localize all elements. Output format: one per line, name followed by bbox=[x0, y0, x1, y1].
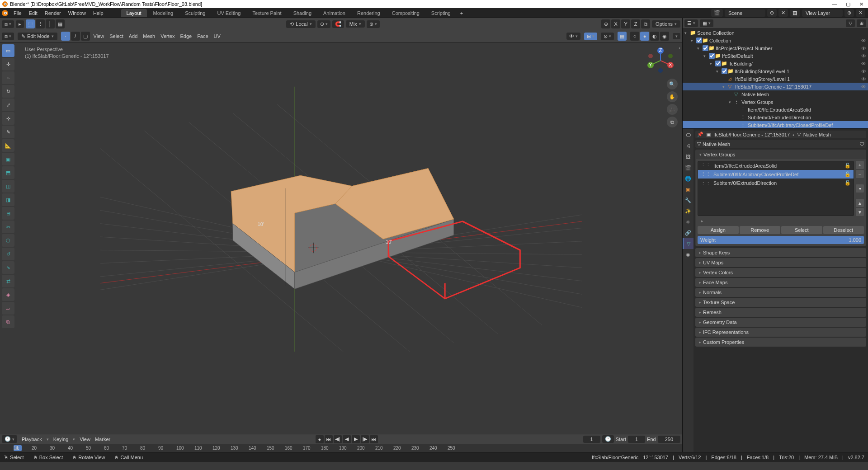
panel-shape-keys[interactable]: ▸Shape Keys bbox=[695, 248, 866, 257]
select-edge-icon[interactable]: │ bbox=[46, 19, 55, 28]
orientation-dropdown[interactable]: ⟲Local▾ bbox=[286, 20, 315, 28]
eye-icon[interactable]: 👁 bbox=[859, 69, 868, 74]
scene-new-button[interactable]: ⊕ bbox=[767, 9, 777, 17]
solid-shade-icon[interactable]: ● bbox=[640, 32, 649, 41]
tab-rendering[interactable]: Rendering bbox=[352, 9, 386, 17]
blender-logo[interactable] bbox=[0, 8, 10, 18]
eye-icon[interactable]: 👁 bbox=[859, 46, 868, 51]
frame-sync-button[interactable]: 🕐 bbox=[602, 435, 614, 443]
vertex-groups-list[interactable]: ⋮⋮Item/0/Ifc:ExtrudedAreaSolid🔓⋮⋮Subitem… bbox=[698, 161, 854, 216]
select-vert-icon[interactable]: ⋮ bbox=[36, 19, 45, 28]
viewport-menu-select[interactable]: Select bbox=[109, 33, 123, 39]
menu-edit[interactable]: Edit bbox=[25, 10, 41, 16]
pivot-button[interactable]: ⊙▾ bbox=[317, 20, 330, 28]
select-face-icon[interactable]: ▦ bbox=[56, 19, 65, 28]
viewport-menu-add[interactable]: Add bbox=[129, 33, 138, 39]
tool-rotate[interactable]: ↻ bbox=[2, 85, 14, 98]
tree-row[interactable]: ▾📁Scene Collection bbox=[683, 29, 868, 37]
vg-add-button[interactable]: + bbox=[856, 161, 864, 169]
ptab-physics[interactable]: ⚛ bbox=[683, 216, 693, 227]
jump-start-button[interactable]: ⏮ bbox=[325, 435, 333, 443]
eye-icon[interactable]: 👁 bbox=[859, 76, 868, 82]
menu-render[interactable]: Render bbox=[41, 10, 65, 16]
vg-menu-button[interactable]: ▾ bbox=[856, 184, 864, 193]
maximize-button[interactable]: ▢ bbox=[846, 1, 850, 7]
ptab-modifier[interactable]: 🔧 bbox=[683, 195, 693, 206]
lock-icon[interactable]: 🔓 bbox=[844, 171, 851, 177]
outliner-new-collection[interactable]: ⊞ bbox=[857, 19, 866, 27]
viewlayer-new-button[interactable]: ⊕ bbox=[844, 9, 854, 17]
tab-scripting[interactable]: Scripting bbox=[426, 9, 456, 17]
tab-layout[interactable]: Layout bbox=[121, 9, 147, 17]
viewport-3d[interactable]: 10' 10' ▭ ✛ ↔ ↻ ⤢ ⊹ ✎ 📐 ▣ ⬒ ◫ ◨ ⊟ ✂ ⬠ ↺ bbox=[0, 42, 682, 434]
menu-window[interactable]: Window bbox=[65, 10, 90, 16]
wireframe-shade-icon[interactable]: ○ bbox=[630, 32, 639, 41]
eye-icon[interactable]: 👁 bbox=[859, 38, 868, 43]
editor-type-2[interactable]: ⧈▾ bbox=[2, 33, 14, 40]
outliner-filter[interactable]: ▽ bbox=[846, 19, 855, 27]
tool-select[interactable]: ▭ bbox=[2, 44, 14, 57]
timeline-keying[interactable]: Keying bbox=[53, 437, 69, 442]
timeline-editor-type[interactable]: 🕐▾ bbox=[2, 435, 17, 443]
vertex-group-item[interactable]: ⋮⋮Item/0/Ifc:ExtrudedAreaSolid🔓 bbox=[698, 161, 854, 170]
tool-cursor[interactable]: ✛ bbox=[2, 58, 14, 70]
panel-ifc-representations[interactable]: ▸IFC Representations bbox=[695, 328, 866, 337]
tree-row[interactable]: ▽Native Mesh bbox=[683, 90, 868, 98]
eye-icon[interactable]: 👁 bbox=[859, 84, 868, 89]
face-mode-icon[interactable]: ▢ bbox=[81, 32, 90, 41]
close-button[interactable]: ✕ bbox=[859, 1, 863, 7]
ptab-particles[interactable]: ✨ bbox=[683, 206, 693, 216]
menu-file[interactable]: File bbox=[10, 10, 25, 16]
tool-rip[interactable]: ⧉ bbox=[2, 315, 14, 328]
ptab-object[interactable]: ▣ bbox=[683, 184, 693, 195]
vg-remove-button[interactable]: − bbox=[856, 170, 864, 178]
shading-dropdown[interactable]: ▾ bbox=[673, 33, 680, 39]
panel-remesh[interactable]: ▸Remesh bbox=[695, 308, 866, 317]
scene-input[interactable]: Scene bbox=[725, 9, 765, 17]
tab-shading[interactable]: Shading bbox=[288, 9, 317, 17]
visibility-checkbox[interactable] bbox=[722, 68, 727, 74]
tree-row[interactable]: ▾⋮Vertex Groups bbox=[683, 98, 868, 106]
timeline-ruler[interactable]: 1 10203040506070809010011012013014015016… bbox=[0, 444, 682, 452]
viewport-menu-face[interactable]: Face bbox=[197, 33, 208, 39]
pan-icon[interactable]: ✋ bbox=[667, 91, 678, 102]
panel-normals[interactable]: ▸Normals bbox=[695, 288, 866, 297]
viewport-menu-mesh[interactable]: Mesh bbox=[143, 33, 155, 39]
menu-help[interactable]: Help bbox=[90, 10, 107, 16]
current-frame-input[interactable]: 1 bbox=[583, 436, 600, 443]
options-dropdown[interactable]: Options▾ bbox=[652, 20, 680, 28]
vertex-group-item[interactable]: ⋮⋮Subitem/0/IfcArbitraryClosedProfileDef… bbox=[698, 170, 854, 179]
prev-key-button[interactable]: ◀| bbox=[334, 435, 342, 443]
viewlayer-delete-button[interactable]: ✕ bbox=[856, 9, 865, 17]
ptab-scene[interactable]: 🎬 bbox=[683, 162, 693, 173]
tree-row[interactable]: ⋮Subitem/0/IfcArbitraryClosedProfileDef bbox=[683, 121, 868, 128]
vertex-group-item[interactable]: ⋮⋮Subitem/0/ExtrudedDirection🔓 bbox=[698, 179, 854, 187]
timeline-view[interactable]: View bbox=[80, 437, 90, 442]
visibility-checkbox[interactable] bbox=[715, 61, 721, 66]
panel-custom-properties[interactable]: ▸Custom Properties bbox=[695, 338, 866, 347]
axis-x-icon[interactable]: X bbox=[611, 19, 620, 28]
mesh-name-input[interactable]: Native Mesh bbox=[703, 141, 858, 147]
snap-dropdown[interactable]: Mix▾ bbox=[346, 20, 365, 28]
timeline-marker[interactable]: Marker bbox=[95, 437, 110, 442]
ptab-constraints[interactable]: 🔗 bbox=[683, 227, 693, 238]
tree-row[interactable]: ▾▽IfcSlab/Floor:Generic - 12":153017👁 bbox=[683, 83, 868, 90]
tree-row[interactable]: ▾📁IfcBuilding/👁 bbox=[683, 60, 868, 67]
viewport-menu-edge[interactable]: Edge bbox=[180, 33, 192, 39]
visibility-dropdown[interactable]: 👁▾ bbox=[566, 33, 580, 40]
tab-uv-editing[interactable]: UV Editing bbox=[212, 9, 246, 17]
tool-inset[interactable]: ◫ bbox=[2, 180, 14, 193]
tab-modeling[interactable]: Modeling bbox=[148, 9, 179, 17]
assign-button[interactable]: Assign bbox=[698, 226, 739, 234]
tab-compositing[interactable]: Compositing bbox=[387, 9, 425, 17]
axis-y-icon[interactable]: Y bbox=[621, 19, 630, 28]
panel-uv-maps[interactable]: ▸UV Maps bbox=[695, 258, 866, 267]
tree-row[interactable]: ▾📁IfcSite/Default👁 bbox=[683, 52, 868, 60]
tool-shrink[interactable]: ◈ bbox=[2, 288, 14, 301]
ptab-output[interactable]: 🖨 bbox=[683, 141, 693, 151]
eye-icon[interactable]: 👁 bbox=[859, 53, 868, 59]
tool-bevel[interactable]: ◨ bbox=[2, 193, 14, 206]
panel-geometry-data[interactable]: ▸Geometry Data bbox=[695, 318, 866, 327]
ptab-mesh-data[interactable]: ▽ bbox=[683, 238, 693, 249]
pin-icon[interactable]: 📌 bbox=[697, 132, 703, 137]
